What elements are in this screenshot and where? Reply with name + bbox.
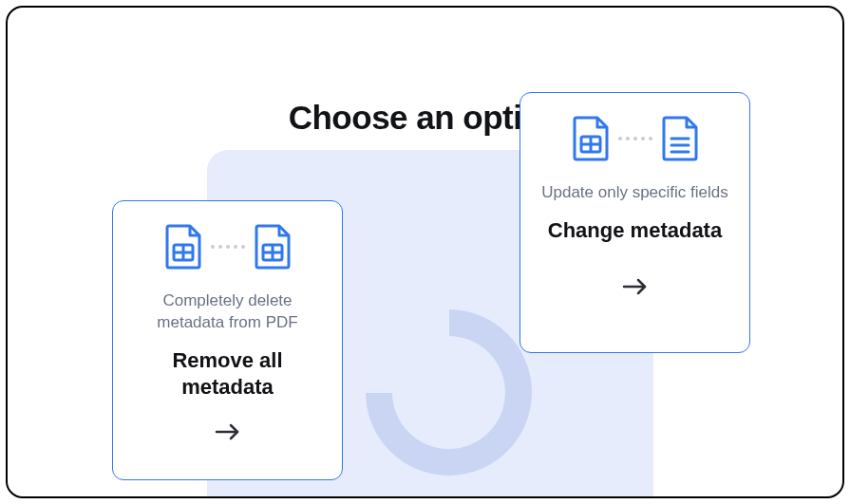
option-description: Completely delete metadata from PDF [130, 290, 325, 334]
arrow-right-icon [215, 422, 241, 441]
document-lines-icon [662, 116, 698, 161]
dots-separator-icon [211, 245, 245, 249]
document-grid-icon [165, 224, 201, 270]
document-grid-icon [255, 224, 291, 270]
option-change-metadata[interactable]: Update only specific fields Change metad… [519, 92, 750, 353]
option-description: Update only specific fields [538, 182, 732, 204]
dots-separator-icon [618, 137, 652, 140]
arrow-right-icon [622, 277, 649, 296]
option-title: Change metadata [538, 217, 732, 245]
option-title: Remove all metadata [130, 347, 325, 401]
background-decoration [366, 309, 449, 393]
document-grid-icon [573, 116, 609, 161]
option-remove-metadata[interactable]: Completely delete metadata from PDF Remo… [112, 200, 343, 480]
